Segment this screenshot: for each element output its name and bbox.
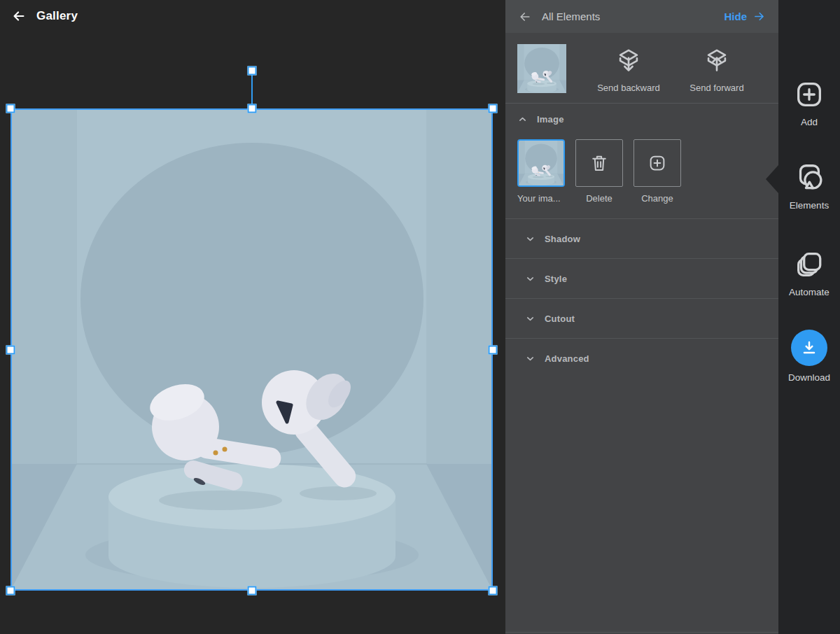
elements-label: Elements: [790, 200, 829, 211]
image-section-title: Image: [537, 114, 564, 125]
hide-panel-button[interactable]: Hide: [724, 10, 766, 23]
send-forward-label: Send forward: [690, 83, 743, 93]
change-image-button[interactable]: Change: [634, 139, 681, 204]
sidebar-item-elements[interactable]: Elements: [778, 162, 840, 211]
send-forward-button[interactable]: Send forward: [673, 47, 761, 93]
gallery-topbar: Gallery: [11, 8, 78, 24]
chevron-up-icon: [517, 114, 528, 125]
image-section-header[interactable]: Image: [517, 114, 766, 125]
elements-icon: [793, 162, 825, 194]
sidebar-item-automate[interactable]: Automate: [778, 248, 840, 297]
image-section: Image Your ima... Delete: [505, 104, 778, 218]
active-tab-indicator: [766, 165, 778, 193]
canvas-area: Gallery: [0, 0, 505, 634]
send-backward-button[interactable]: Send backward: [584, 47, 673, 93]
section-advanced[interactable]: Advanced: [505, 338, 778, 378]
download-label: Download: [788, 372, 830, 383]
divider: [505, 632, 778, 633]
send-backward-icon: [614, 47, 643, 76]
delete-label: Delete: [575, 193, 623, 204]
advanced-label: Advanced: [545, 353, 589, 364]
chevron-down-icon: [525, 234, 536, 244]
chevron-down-icon: [525, 353, 536, 364]
download-button[interactable]: [791, 330, 827, 366]
resize-handle-middle-right[interactable]: [489, 345, 498, 354]
add-icon: [793, 78, 825, 111]
your-image-label: Your ima...: [517, 193, 565, 204]
style-label: Style: [545, 274, 567, 284]
hide-label: Hide: [724, 10, 747, 22]
rotation-handle[interactable]: [247, 66, 256, 76]
sidebar-item-add[interactable]: Add: [778, 78, 840, 127]
send-backward-label: Send backward: [597, 83, 660, 93]
shadow-label: Shadow: [545, 234, 580, 244]
resize-handle-top-center[interactable]: [247, 104, 256, 113]
selected-image[interactable]: [10, 108, 493, 591]
rotation-stick: [251, 71, 253, 108]
panel-title: All Elements: [542, 10, 600, 22]
resize-handle-bottom-center[interactable]: [247, 586, 256, 596]
resize-handle-top-right[interactable]: [489, 104, 498, 113]
automate-label: Automate: [789, 287, 830, 297]
your-image-tile[interactable]: Your ima...: [517, 139, 565, 204]
tool-sidebar: Add Elements Automate Download: [778, 0, 840, 634]
resize-handle-bottom-left[interactable]: [6, 586, 15, 596]
automate-icon: [793, 248, 825, 281]
image-tiles: Your ima... Delete Change: [517, 139, 766, 204]
add-label: Add: [801, 117, 818, 127]
panel-header: All Elements Hide: [505, 0, 778, 33]
arrow-right-icon: [752, 10, 766, 23]
resize-handle-bottom-right[interactable]: [489, 586, 498, 596]
section-style[interactable]: Style: [505, 258, 778, 298]
back-arrow-icon[interactable]: [11, 8, 27, 24]
layer-actions-row: Send backward Send forward: [505, 33, 778, 103]
resize-handle-middle-left[interactable]: [6, 345, 15, 354]
section-cutout[interactable]: Cutout: [505, 298, 778, 338]
cutout-label: Cutout: [545, 314, 575, 324]
trash-icon: [589, 153, 610, 174]
change-label: Change: [634, 193, 681, 204]
page-title: Gallery: [36, 9, 78, 23]
chevron-down-icon: [525, 314, 536, 324]
earbuds-image[interactable]: [10, 108, 493, 591]
layer-thumbnail[interactable]: [517, 44, 566, 93]
sidebar-item-download[interactable]: Download: [778, 330, 840, 383]
delete-image-button[interactable]: Delete: [575, 139, 623, 204]
plus-square-icon: [647, 153, 668, 174]
send-forward-icon: [702, 47, 732, 76]
section-shadow[interactable]: Shadow: [505, 218, 778, 258]
your-image-thumbnail[interactable]: [517, 139, 565, 187]
panel-back-icon[interactable]: [518, 10, 532, 24]
download-icon: [800, 339, 818, 357]
chevron-down-icon: [525, 274, 536, 284]
resize-handle-top-left[interactable]: [6, 104, 15, 113]
properties-panel: All Elements Hide Send backward Send fo: [505, 0, 778, 634]
